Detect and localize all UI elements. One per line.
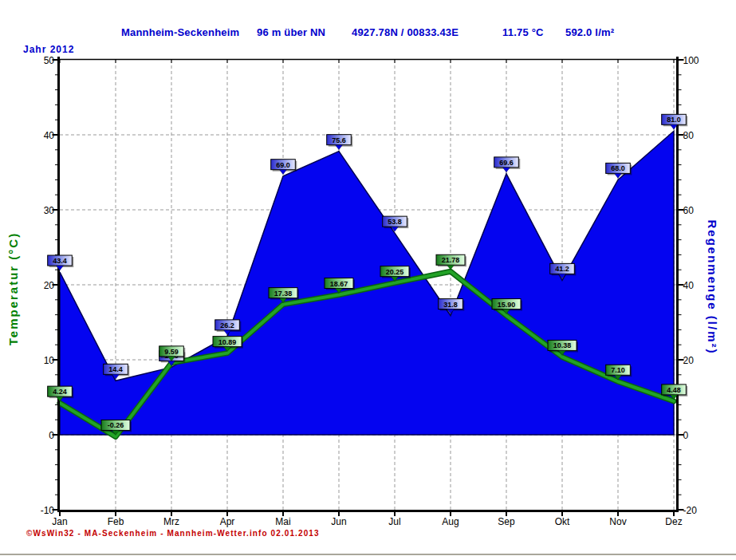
temp-value-label: 21.78 <box>436 254 466 270</box>
month-label: Sep <box>498 516 515 527</box>
month-label: Okt <box>555 516 570 527</box>
month-label: Dez <box>665 516 682 527</box>
right-tick-label: -20 <box>683 505 698 516</box>
right-tick-label: 0 <box>683 430 689 441</box>
right-tick-label: 60 <box>683 205 695 216</box>
svg-text:75.6: 75.6 <box>332 136 346 144</box>
svg-text:4.48: 4.48 <box>667 386 681 394</box>
left-tick-label: 20 <box>44 280 55 291</box>
weather-chart-window: Mannheim-Seckenheim 96 m über NN 4927.78… <box>0 0 736 560</box>
chart-canvas: 50403020100-10100806040200-20JanFebMrzAp… <box>0 0 736 560</box>
svg-text:41.2: 41.2 <box>555 265 569 273</box>
left-tick-label: 30 <box>44 205 55 216</box>
month-label: Jan <box>52 516 67 527</box>
svg-text:17.38: 17.38 <box>274 290 293 298</box>
month-label: Aug <box>442 516 459 527</box>
svg-text:69.6: 69.6 <box>499 159 514 167</box>
window-bottom-edge <box>0 554 736 555</box>
svg-text:68.0: 68.0 <box>611 164 625 172</box>
month-label: Mai <box>275 516 290 527</box>
svg-text:18.67: 18.67 <box>330 280 348 288</box>
rain-value-label: 75.6 <box>327 135 353 150</box>
svg-text:15.90: 15.90 <box>498 301 516 309</box>
svg-text:26.2: 26.2 <box>220 321 234 329</box>
svg-text:10.89: 10.89 <box>218 338 237 346</box>
svg-text:20.25: 20.25 <box>386 268 404 276</box>
right-tick-label: 80 <box>683 130 695 141</box>
left-tick-label: 50 <box>44 55 55 66</box>
svg-text:-0.26: -0.26 <box>108 421 124 429</box>
right-tick-label: 20 <box>683 355 695 366</box>
rain-value-label: 43.4 <box>48 255 74 270</box>
svg-text:14.4: 14.4 <box>108 365 123 373</box>
month-label: Apr <box>220 516 235 527</box>
svg-text:10.38: 10.38 <box>553 341 572 349</box>
month-label: Nov <box>609 516 626 527</box>
left-tick-label: 10 <box>44 355 55 366</box>
svg-text:31.8: 31.8 <box>443 301 458 309</box>
copyright-footer: ©WsWin32 - MA-Seckenheim - Mannheim-Wett… <box>26 529 320 538</box>
right-tick-label: 40 <box>683 280 695 291</box>
month-label: Feb <box>108 516 124 527</box>
left-tick-label: 0 <box>49 430 54 441</box>
svg-text:7.10: 7.10 <box>611 366 625 374</box>
svg-text:81.0: 81.0 <box>667 116 681 124</box>
left-tick-label: -10 <box>41 505 55 516</box>
rain-value-label: 81.0 <box>662 114 688 129</box>
svg-text:43.4: 43.4 <box>53 257 67 265</box>
left-tick-label: 40 <box>44 130 55 141</box>
svg-text:53.8: 53.8 <box>388 218 402 226</box>
rain-value-label: 69.6 <box>494 157 521 172</box>
right-tick-label: 100 <box>683 55 699 66</box>
svg-text:9.59: 9.59 <box>164 348 179 356</box>
month-label: Jul <box>388 516 400 527</box>
svg-text:69.0: 69.0 <box>276 161 290 169</box>
svg-text:4.24: 4.24 <box>53 388 67 396</box>
month-label: Jun <box>331 516 346 527</box>
month-label: Mrz <box>163 516 179 527</box>
svg-text:21.78: 21.78 <box>442 256 460 264</box>
